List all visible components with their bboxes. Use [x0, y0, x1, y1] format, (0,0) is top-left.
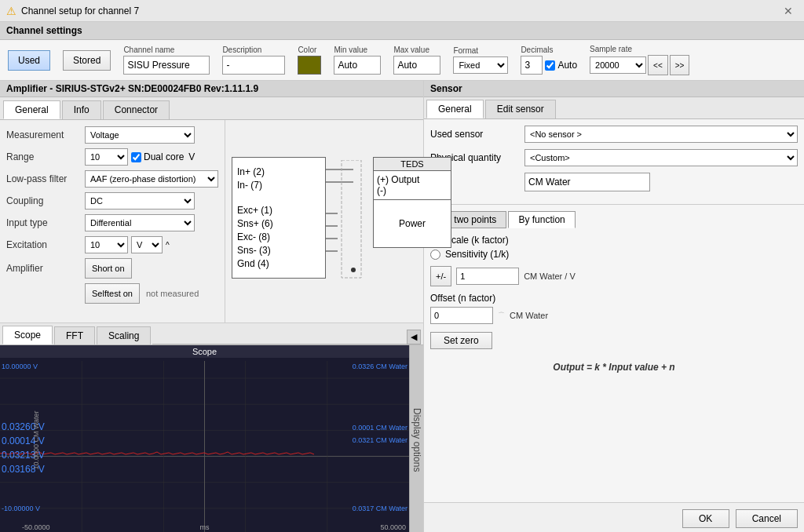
tab-connector[interactable]: Connector	[103, 100, 170, 119]
measurement-label: Measurement	[6, 129, 85, 140]
scope-right-mid2: 0.0321 CM Water	[353, 436, 407, 444]
channel-name-input[interactable]	[123, 56, 210, 75]
max-value-input[interactable]	[393, 56, 440, 75]
scope-right-mid1: 0.0001 CM Water	[353, 424, 407, 432]
svg-rect-6	[342, 160, 361, 278]
connection-lines	[326, 160, 365, 286]
scope-right-bot: 0.0317 CM Water	[353, 505, 407, 512]
scope-x-left: -50.0000	[22, 523, 50, 531]
min-value-input[interactable]	[334, 56, 381, 75]
description-label: Description	[222, 46, 285, 54]
physical-quantity-select[interactable]: <Custom>	[524, 149, 798, 166]
scaling-tab[interactable]: Scaling	[97, 326, 151, 344]
dual-core-checkbox[interactable]	[131, 152, 141, 162]
range-select[interactable]: 10	[85, 148, 128, 166]
measurement-select[interactable]: Voltage	[85, 126, 195, 144]
decimals-label: Decimals	[521, 46, 577, 54]
pin-exc-plus: Exc+ (1)	[237, 205, 320, 216]
selftest-button[interactable]: Selftest on	[85, 283, 140, 304]
scope-x-unit: ms	[200, 523, 210, 531]
auto-label: Auto	[557, 60, 577, 71]
offset-unit: CM Water	[510, 311, 548, 320]
scope-title: Scope	[0, 345, 409, 358]
channel-name-label: Channel name	[123, 46, 210, 54]
short-on-button[interactable]: Short on	[85, 258, 132, 279]
edit-sensor-tab[interactable]: Edit sensor	[485, 100, 556, 118]
tab-general[interactable]: General	[3, 100, 60, 119]
stored-button[interactable]: Stored	[63, 50, 111, 71]
input-type-select[interactable]: Differential	[85, 214, 195, 231]
range-label: Range	[6, 151, 85, 162]
amplifier-header: Amplifier - SIRIUS-STGv2+ SN:DE00024FB0 …	[6, 83, 258, 94]
excitation-label: Excitation	[6, 239, 85, 250]
sample-rate-label: Sample rate	[590, 45, 689, 53]
close-button[interactable]: ✕	[779, 3, 798, 19]
used-sensor-select[interactable]: <No sensor >	[524, 126, 798, 143]
set-zero-button[interactable]: Set zero	[430, 332, 492, 349]
scope-bottom-voltage: -10.00000 V	[2, 505, 40, 512]
format-label: Format	[453, 46, 508, 55]
pin-sns-plus: Sns+ (6)	[237, 218, 320, 229]
not-measured-text: not measured	[146, 289, 199, 298]
lowpass-select[interactable]: AAF (zero-phase distortion)	[85, 170, 218, 188]
sensor-header: Sensor	[430, 83, 462, 94]
pin-in-plus: In+ (2)	[237, 166, 320, 177]
pin-sns-minus: Sns- (3)	[237, 245, 320, 256]
k-factor-input[interactable]	[456, 268, 519, 285]
svg-point-7	[351, 268, 356, 272]
power-label: Power	[374, 200, 451, 247]
channel-settings-label: Channel settings	[6, 25, 82, 36]
pin-exc-minus: Exc- (8)	[237, 231, 320, 242]
scope-x-right: 50.0000	[380, 523, 406, 531]
color-label: Color	[298, 46, 321, 54]
amplifier-setting-label: Amplifier	[6, 263, 85, 274]
by-function-tab[interactable]: By function	[508, 211, 575, 228]
scope-chart	[0, 361, 409, 532]
max-value-label: Max value	[393, 46, 440, 54]
pin-gnd: Gnd (4)	[237, 258, 320, 269]
teds-label: TEDS	[374, 158, 451, 171]
fft-tab[interactable]: FFT	[54, 326, 95, 344]
color-swatch[interactable]	[298, 56, 321, 75]
lowpass-label: Low-pass filter	[6, 173, 85, 184]
unit-label: V	[188, 151, 195, 162]
prev-prev-button[interactable]: <<	[648, 55, 668, 75]
scope-tab[interactable]: Scope	[2, 326, 53, 344]
scope-top-voltage: 10.00000 V	[2, 363, 38, 370]
collapse-button[interactable]: ◀	[407, 330, 421, 344]
excitation-unit-select[interactable]: V	[131, 236, 163, 253]
formula-text: Output = k * Input value + n	[553, 362, 674, 373]
excitation-unit-caret: ^	[166, 241, 170, 250]
window-title: Channel setup for channel 7	[21, 5, 139, 16]
coupling-label: Coupling	[6, 195, 85, 206]
display-options-strip[interactable]: Display options	[409, 345, 423, 532]
tab-info[interactable]: Info	[62, 100, 101, 119]
min-value-label: Min value	[334, 46, 381, 54]
excitation-select[interactable]: 10	[85, 236, 128, 253]
sensor-diagram: TEDS (+) Output (-) Power	[373, 157, 451, 248]
cancel-button[interactable]: Cancel	[736, 509, 798, 528]
sample-rate-select[interactable]: 20000	[590, 56, 646, 74]
description-input[interactable]	[222, 56, 285, 75]
used-button[interactable]: Used	[8, 50, 50, 71]
coupling-select[interactable]: DC	[85, 192, 195, 210]
decimals-input[interactable]	[521, 56, 543, 75]
next-next-button[interactable]: >>	[670, 55, 690, 75]
format-select[interactable]: Fixed	[453, 56, 508, 74]
scope-y-axis-label: 10.0000 CM Water	[32, 410, 40, 469]
pin-in-minus: In- (7)	[237, 180, 320, 191]
connector-diagram: In+ (2) In- (7) Exc+ (1) Sns+ (6) Exc- (…	[232, 157, 326, 279]
warning-icon: ⚠	[6, 5, 16, 17]
dual-core-label: Dual core	[144, 151, 184, 162]
unit-input[interactable]	[524, 173, 650, 191]
input-type-label: Input type	[6, 217, 85, 228]
auto-checkbox[interactable]	[545, 60, 555, 71]
ok-button[interactable]: OK	[682, 509, 729, 528]
scope-right-top: 0.0326 CM Water	[353, 363, 407, 370]
scale-unit: CM Water / V	[524, 271, 576, 281]
sensor-general-tab[interactable]: General	[426, 100, 484, 118]
